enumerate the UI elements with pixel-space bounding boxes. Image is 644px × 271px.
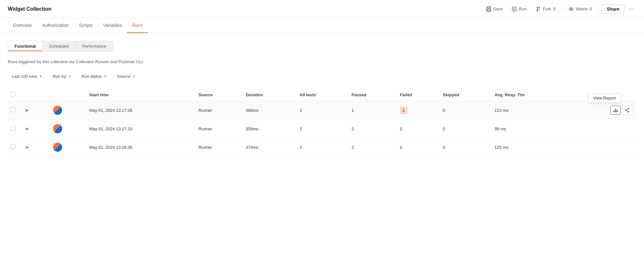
expand-button[interactable]: ▶ [25, 107, 30, 113]
chevron-down-icon: ▼ [104, 75, 107, 78]
chevron-down-icon: ▼ [39, 75, 42, 78]
share-icon [625, 108, 630, 113]
source-cell: Runner [194, 120, 242, 138]
svg-point-10 [571, 8, 572, 10]
row-icon-cell [49, 101, 85, 120]
watch-label: Watch [576, 6, 587, 11]
passed-cell: 1 [348, 101, 396, 120]
svg-line-17 [626, 109, 628, 110]
passed-cell: 2 [348, 138, 396, 157]
avg-resp-cell: 125 ms [491, 138, 572, 157]
run-button[interactable]: Run [508, 5, 530, 14]
avg-resp-time-header: Avg. Resp. Tim [491, 88, 572, 101]
expand-button[interactable]: ▶ [25, 126, 30, 132]
eye-icon [569, 6, 574, 12]
svg-line-18 [626, 111, 628, 112]
page-title: Widget Collection [8, 6, 51, 12]
sub-tab-performance[interactable]: Performance [75, 41, 113, 52]
save-icon [486, 6, 491, 12]
table-row: ▶ May 01, 2024 13:17:10 Runner 359ms 2 2… [8, 120, 636, 138]
tab-scripts[interactable]: Scripts [74, 18, 98, 33]
sub-tab-functional[interactable]: Functional [8, 41, 42, 52]
start-time-cell: May 01, 2024 13:17:10 [85, 120, 194, 138]
nav-tabs: Overview Authorization Scripts Variables… [0, 18, 644, 33]
row-checkbox[interactable] [10, 126, 15, 131]
row-actions-cell [572, 138, 636, 157]
row-checkbox-cell[interactable] [8, 120, 21, 138]
row-checkbox[interactable] [10, 107, 15, 112]
source-filter-label: Source [117, 74, 130, 79]
icon-col-header [49, 88, 85, 101]
row-checkbox[interactable] [10, 144, 15, 149]
save-label: Save [493, 6, 503, 11]
row-actions-cell: View Report [572, 101, 636, 120]
view-report-button[interactable] [610, 106, 621, 115]
all-tests-header: All tests [296, 88, 348, 101]
duration-cell: 359ms [242, 120, 296, 138]
run-status-label: Run status [82, 74, 102, 79]
duration-cell: 374ms [242, 138, 296, 157]
tab-authorization[interactable]: Authorization [37, 18, 74, 33]
avg-resp-cell: 99 ms [491, 120, 572, 138]
all-tests-cell: 2 [296, 120, 348, 138]
run-icon [512, 6, 517, 12]
bar-chart-icon [613, 108, 618, 113]
tab-runs[interactable]: Runs [127, 18, 148, 33]
row-expand-cell[interactable]: ▶ [21, 138, 49, 157]
svg-point-15 [625, 110, 626, 111]
svg-rect-0 [487, 7, 491, 11]
svg-point-16 [628, 112, 629, 112]
svg-marker-4 [514, 8, 515, 10]
page-content: Functional Scheduled Performance Runs tr… [0, 33, 644, 164]
view-report-tooltip: View Report [610, 106, 621, 115]
passed-header: Passed [348, 88, 396, 101]
share-button[interactable]: Share [601, 4, 625, 14]
chevron-down-icon: ▼ [68, 75, 71, 78]
row-actions: View Report [576, 106, 632, 115]
svg-point-6 [539, 7, 540, 8]
sub-tab-scheduled[interactable]: Scheduled [42, 41, 75, 52]
failed-cell: 0 [396, 138, 439, 157]
source-header: Source [194, 88, 242, 101]
source-cell: Runner [194, 101, 242, 120]
watch-button[interactable]: Watch 0 [565, 5, 596, 14]
run-by-filter[interactable]: Run by ▼ [49, 72, 75, 81]
failed-badge: 1 [400, 107, 407, 114]
row-actions-cell [572, 120, 636, 138]
row-expand-cell[interactable]: ▶ [21, 101, 49, 120]
share-label: Share [607, 6, 619, 12]
source-cell: Runner [194, 138, 242, 157]
row-checkbox-cell[interactable] [8, 101, 21, 120]
duration-cell: 366ms [242, 101, 296, 120]
fork-button[interactable]: Fork 0 [532, 5, 559, 14]
row-checkbox-cell[interactable] [8, 138, 21, 157]
runs-filter-label: Last 100 runs [12, 74, 37, 79]
all-tests-cell: 2 [296, 101, 348, 120]
tab-variables[interactable]: Variables [98, 18, 127, 33]
all-tests-cell: 2 [296, 138, 348, 157]
select-all-checkbox[interactable] [10, 92, 15, 97]
description-text: Runs triggered for this collection via C… [8, 59, 636, 64]
share-run-button[interactable] [622, 106, 632, 115]
save-button[interactable]: Save [482, 5, 507, 14]
svg-point-14 [628, 108, 629, 109]
skipped-cell: 0 [439, 120, 491, 138]
svg-rect-2 [487, 9, 490, 11]
header-actions: Save Run Fork 0 Wa [482, 4, 636, 14]
row-expand-cell[interactable]: ▶ [21, 120, 49, 138]
tab-overview[interactable]: Overview [8, 18, 37, 33]
runs-filter[interactable]: Last 100 runs ▼ [8, 72, 46, 81]
run-status-filter[interactable]: Run status ▼ [78, 72, 111, 81]
fork-icon [536, 6, 541, 12]
collection-icon [53, 143, 62, 152]
collection-icon [53, 124, 62, 133]
run-by-label: Run by [53, 74, 66, 79]
source-filter[interactable]: Source ▼ [113, 72, 139, 81]
expand-button[interactable]: ▶ [25, 144, 30, 150]
more-options-button[interactable]: ··· [626, 4, 636, 14]
start-time-cell: May 01, 2024 13:17:28 [85, 101, 194, 120]
svg-point-9 [569, 8, 573, 10]
skipped-header: Skipped [439, 88, 491, 101]
skipped-cell: 0 [439, 138, 491, 157]
avg-resp-cell: 113 ms [491, 101, 572, 120]
